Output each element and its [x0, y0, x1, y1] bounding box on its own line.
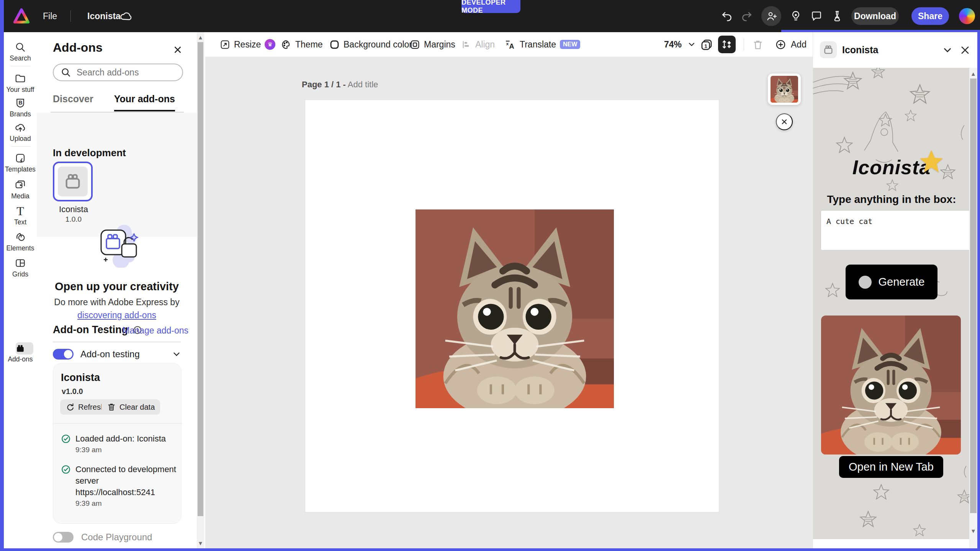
addon-package-icon — [58, 167, 88, 196]
redo-button[interactable] — [738, 0, 755, 32]
download-button[interactable]: Download — [851, 7, 899, 25]
adobe-express-logo[interactable] — [13, 0, 30, 32]
sidebar-item-your-stuff[interactable]: Your stuff — [4, 73, 37, 94]
chevron-down-icon[interactable] — [942, 44, 953, 56]
rail-divider — [11, 146, 31, 147]
creativity-illustration — [94, 222, 144, 268]
open-in-new-tab-button[interactable]: Open in New Tab — [839, 456, 943, 478]
dismiss-panel-button[interactable] — [776, 113, 793, 130]
add-on-testing-toggle[interactable] — [53, 349, 74, 360]
canvas-cat-image[interactable] — [416, 209, 614, 408]
sidebar-item-add-ons[interactable]: Add-ons — [4, 343, 37, 363]
svg-text:1: 1 — [704, 43, 707, 49]
invite-people-button[interactable] — [761, 0, 781, 32]
dev-addon-name: Iconista — [41, 204, 106, 214]
avatar — [959, 8, 975, 24]
translate-button[interactable]: x A Translate NEW — [502, 32, 582, 57]
sidebar-item-text[interactable]: T Text — [4, 205, 37, 226]
chevron-down-icon[interactable] — [172, 349, 182, 359]
toolbar-divider — [744, 38, 744, 51]
share-button[interactable]: Share — [911, 7, 949, 25]
undo-button[interactable] — [718, 0, 735, 32]
beta-lab-button[interactable] — [829, 0, 846, 32]
clear-data-button[interactable]: Clear data — [101, 399, 160, 415]
sidebar-item-elements[interactable]: Elements — [4, 231, 37, 252]
prompt-input[interactable]: A cute cat — [821, 210, 970, 250]
new-badge: NEW — [560, 40, 580, 49]
panel-tabs: Discover Your add-ons — [53, 93, 183, 111]
page-caption[interactable]: Page 1 / 1 - Add title — [302, 80, 378, 90]
delete-button[interactable] — [750, 37, 766, 53]
add-ons-search[interactable] — [53, 64, 183, 81]
file-menu[interactable]: File — [43, 0, 57, 32]
scroll-down-arrow[interactable]: ▼ — [197, 540, 204, 546]
addon-scrollbar-thumb[interactable] — [970, 78, 977, 513]
chevron-down-icon — [687, 40, 696, 49]
add-page-button[interactable]: Add — [773, 32, 809, 57]
sidebar-item-grids[interactable]: Grids — [4, 257, 37, 278]
resize-icon — [220, 39, 230, 50]
addon-iframe-content: Iconista Type anything in the box: A cut… — [813, 68, 970, 539]
close-icon[interactable] — [959, 44, 971, 56]
comments-button[interactable] — [808, 0, 825, 32]
close-icon — [780, 118, 788, 126]
addon-package-icon — [820, 41, 837, 58]
search-icon — [15, 41, 26, 53]
scroll-up-arrow[interactable]: ▲ — [969, 71, 977, 77]
cloud-sync-icon — [119, 0, 133, 32]
margins-button[interactable]: Margins — [407, 32, 458, 57]
suggestions-button[interactable] — [787, 0, 804, 32]
spinner-icon — [859, 276, 872, 289]
sidebar-item-templates[interactable]: Templates — [4, 152, 37, 173]
pages-button[interactable]: 1 — [699, 37, 715, 53]
sidebar-item-upload[interactable]: Upload — [4, 122, 37, 143]
sidebar-item-search[interactable]: Search — [4, 41, 37, 62]
document-title[interactable]: Iconista — [87, 0, 121, 32]
search-add-ons-input[interactable] — [76, 67, 173, 78]
media-icon — [15, 179, 26, 191]
discover-add-ons-link[interactable]: discovering add-ons — [37, 310, 197, 320]
code-playground-toggle[interactable] — [53, 532, 74, 543]
sidebar-item-media[interactable]: Media — [4, 179, 37, 200]
page-thumbnail[interactable] — [768, 74, 801, 105]
dev-addon-card-iconista[interactable] — [53, 162, 93, 201]
developer-mode-badge: DEVELOPER MODE — [461, 0, 520, 13]
code-playground-row: Code Playground — [53, 532, 152, 543]
log-entry: Connected to development server https://… — [61, 464, 181, 508]
scroll-down-arrow[interactable]: ▼ — [969, 528, 977, 534]
thumbnail-cat-image — [771, 76, 798, 103]
generate-button[interactable]: Generate — [846, 265, 937, 299]
window-edge-bottom — [0, 548, 980, 551]
panel-close-button[interactable] — [172, 44, 184, 56]
creativity-text: Do more with Adobe Express by — [37, 297, 197, 307]
theme-button[interactable]: Theme — [279, 32, 325, 57]
testing-addon-card: Iconista v1.0.0 Refresh Clear data — [53, 363, 182, 524]
adobe-express-app: File Iconista DEVELOPER MODE — [0, 0, 980, 551]
rail-divider — [11, 66, 31, 66]
panel-scrollbar[interactable]: ▲ ▼ — [197, 32, 204, 548]
templates-icon — [15, 152, 26, 164]
zoom-control[interactable]: 74% — [662, 32, 699, 57]
canvas-area: Resize ♛ Theme Background color — [205, 32, 813, 548]
trash-icon — [752, 39, 764, 51]
top-bar: File Iconista DEVELOPER MODE — [0, 0, 980, 32]
reorder-layers-button[interactable] — [718, 36, 736, 53]
file-menu-label: File — [43, 11, 57, 21]
card-divider — [53, 423, 182, 423]
tab-your-add-ons[interactable]: Your add-ons — [114, 93, 175, 111]
resize-button[interactable]: Resize ♛ — [218, 32, 278, 57]
addon-scrollbar[interactable]: ▲ ▼ — [969, 68, 977, 548]
account-avatar[interactable] — [959, 0, 975, 32]
yellow-star-icon — [919, 149, 944, 174]
manage-add-ons-link[interactable]: Manage add-ons — [122, 325, 188, 336]
sidebar-item-brands[interactable]: B Brands — [4, 97, 37, 118]
refresh-icon — [65, 402, 75, 412]
tab-discover[interactable]: Discover — [53, 93, 93, 111]
log-entry: Loaded add-on: Iconista 9:39 am — [61, 433, 166, 454]
scroll-up-arrow[interactable]: ▲ — [197, 34, 204, 40]
panel-scrollbar-thumb[interactable] — [198, 42, 203, 516]
premium-crown-icon: ♛ — [265, 39, 275, 50]
add-on-testing-row: Add-on testing — [53, 345, 182, 363]
align-button[interactable]: Align — [459, 32, 497, 57]
background-color-button[interactable]: Background color — [327, 32, 414, 57]
